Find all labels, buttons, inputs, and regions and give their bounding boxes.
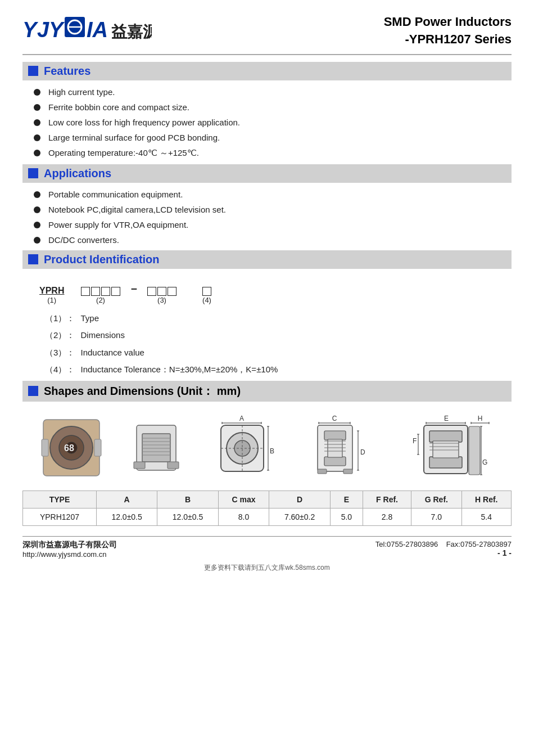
svg-text:G: G: [482, 458, 487, 466]
diagram-side-view: [131, 417, 182, 479]
svg-rect-47: [324, 431, 346, 440]
page-number: - 1 -: [375, 548, 512, 557]
header-divider: [22, 54, 512, 55]
svg-rect-73: [429, 431, 462, 442]
list-item: Portable communication equipment.: [34, 190, 512, 199]
diagram-cross-section: C D: [313, 414, 381, 482]
svg-text:J: J: [37, 18, 49, 42]
fax: Fax:0755-27803897: [446, 540, 512, 548]
svg-rect-14: [94, 439, 101, 456]
features-title: Features: [44, 65, 90, 78]
contact-info: Tel:0755-27803896 Fax:0755-27803897: [375, 540, 512, 548]
svg-rect-13: [42, 439, 48, 456]
pid-box: [157, 287, 166, 296]
product-id-section-header: Product Identification: [22, 250, 512, 269]
page: Y J Y IA 益嘉源 SMD Power Inductors -YPRH12…: [0, 0, 534, 756]
svg-text:A: A: [239, 415, 244, 422]
table-row: YPRH1207 12.0±0.5 12.0±0.5 8.0 7.60±0.2 …: [23, 508, 512, 525]
list-item: Ferrite bobbin core and compact size.: [34, 102, 512, 112]
svg-text:Y: Y: [49, 18, 65, 42]
svg-rect-24: [168, 462, 179, 469]
svg-text:E: E: [444, 415, 449, 422]
col-gref: G Ref.: [411, 490, 461, 508]
features-icon: [28, 66, 38, 76]
pid-group-1: YPRH (1): [39, 286, 64, 304]
cell-gref: 7.0: [411, 508, 461, 525]
features-section-header: Features: [22, 62, 512, 80]
cell-b: 12.0±0.5: [157, 508, 218, 525]
pid-spacer2: [181, 295, 198, 304]
pid-box: [101, 287, 110, 296]
svg-text:68: 68: [64, 443, 74, 453]
bullet-icon: [34, 150, 40, 156]
table-header-row: TYPE A B C max D E F Ref. G Ref. H Ref.: [23, 490, 512, 508]
pid-boxes-3: [147, 287, 177, 296]
bullet-icon: [34, 206, 40, 213]
cell-href: 5.4: [461, 508, 511, 525]
pid-item-3: （3）： Inductance value: [45, 346, 489, 359]
pid-box: [168, 287, 177, 296]
svg-text:F: F: [413, 437, 417, 445]
pid-box: [147, 287, 156, 296]
svg-text:B: B: [270, 447, 274, 455]
cell-d: 7.60±0.2: [269, 508, 330, 525]
shapes-icon: [28, 386, 38, 396]
diagram-top-view: A B: [211, 414, 284, 482]
pid-spacer: [72, 284, 75, 296]
bullet-icon: [34, 237, 40, 244]
dimensions-table: TYPE A B C max D E F Ref. G Ref. H Ref. …: [22, 490, 512, 526]
shapes-section-header: Shapes and Dimensions (Unit： mm): [22, 381, 512, 402]
col-a: A: [96, 490, 157, 508]
footer-bottom: 更多资料下载请到五八文库wk.58sms.com: [22, 563, 512, 573]
footer: 深圳市益嘉源电子有限公司 http://www.yjysmd.com.cn Te…: [22, 536, 512, 559]
pid-box: [111, 287, 120, 296]
applications-section-header: Applications: [22, 164, 512, 183]
pid-box: [81, 287, 90, 296]
col-href: H Ref.: [461, 490, 511, 508]
list-item: Notebook PC,digital camera,LCD televisio…: [34, 205, 512, 214]
cell-e: 5.0: [330, 508, 363, 525]
logo-area: Y J Y IA 益嘉源: [22, 14, 152, 44]
pid-prefix: YPRH: [39, 286, 64, 296]
pid-items: （1）： Type （2）： Dimensions （3）： Inductanc…: [22, 312, 512, 376]
website: http://www.yjysmd.com.cn: [22, 550, 117, 559]
diagram-side-dim: E H F G: [409, 414, 494, 482]
list-item: Large terminal surface for good PCB bond…: [34, 133, 512, 142]
list-item: DC/DC converters.: [34, 235, 512, 245]
applications-icon: [28, 168, 38, 178]
bullet-icon: [34, 191, 40, 198]
header-right: SMD Power Inductors -YPRH1207 Series: [384, 14, 512, 48]
svg-text:Y: Y: [22, 18, 39, 42]
features-list: High current type. Ferrite bobbin core a…: [22, 87, 512, 159]
list-item: Low core loss for high frequency power a…: [34, 118, 512, 127]
applications-title: Applications: [44, 167, 111, 180]
product-title: SMD Power Inductors -YPRH1207 Series: [384, 14, 512, 48]
pid-boxes-2: [81, 287, 120, 296]
tel: Tel:0755-27803896: [375, 540, 438, 548]
list-item: High current type.: [34, 87, 512, 97]
svg-text:D: D: [360, 448, 365, 456]
header: Y J Y IA 益嘉源 SMD Power Inductors -YPRH12…: [22, 14, 512, 48]
svg-rect-48: [324, 457, 346, 466]
pid-boxes-4: [202, 287, 211, 296]
pid-box: [202, 287, 211, 296]
footer-left: 深圳市益嘉源电子有限公司 http://www.yjysmd.com.cn: [22, 540, 117, 559]
pid-item-2: （2）： Dimensions: [45, 329, 489, 342]
pid-group-2: (2): [81, 287, 120, 304]
svg-rect-74: [429, 457, 462, 468]
svg-rect-49: [328, 439, 342, 457]
col-e: E: [330, 490, 363, 508]
footer-right: Tel:0755-27803896 Fax:0755-27803897 - 1 …: [375, 540, 512, 557]
product-id-diagram: YPRH (1) (2) － (3): [22, 276, 512, 308]
pid-dash: －: [128, 281, 139, 296]
svg-text:H: H: [478, 415, 483, 422]
pid-item-1: （1）： Type: [45, 312, 489, 325]
shapes-diagrams: 68 A B: [22, 408, 512, 485]
col-type: TYPE: [23, 490, 97, 508]
company-logo: Y J Y IA 益嘉源: [22, 14, 152, 44]
svg-text:C: C: [332, 415, 337, 422]
col-d: D: [269, 490, 330, 508]
bullet-icon: [34, 134, 40, 141]
applications-list: Portable communication equipment. Notebo…: [22, 190, 512, 245]
company-name: 深圳市益嘉源电子有限公司: [22, 540, 117, 550]
